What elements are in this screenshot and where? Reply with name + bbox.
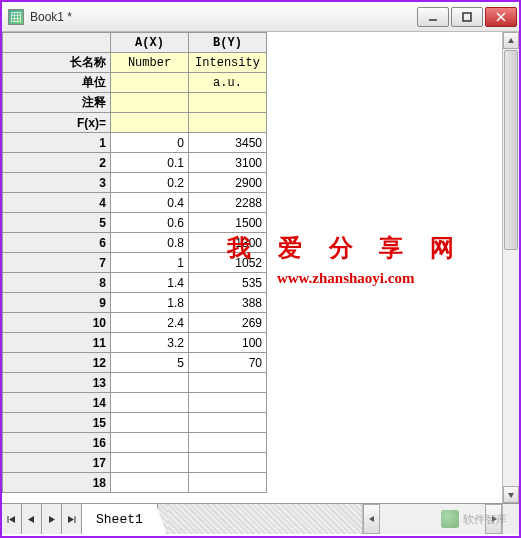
data-cell[interactable] bbox=[111, 473, 189, 493]
data-cell[interactable] bbox=[189, 433, 267, 453]
row-header[interactable]: 1 bbox=[3, 133, 111, 153]
row-header[interactable]: 9 bbox=[3, 293, 111, 313]
data-cell[interactable]: 0.2 bbox=[111, 173, 189, 193]
data-cell[interactable]: 388 bbox=[189, 293, 267, 313]
tab-track bbox=[158, 504, 362, 534]
meta-label-fx[interactable]: F(x)= bbox=[3, 113, 111, 133]
data-cell[interactable]: 269 bbox=[189, 313, 267, 333]
meta-cell-comment-0[interactable] bbox=[111, 93, 189, 113]
row-header[interactable]: 16 bbox=[3, 433, 111, 453]
data-cell[interactable]: 1052 bbox=[189, 253, 267, 273]
svg-marker-4 bbox=[508, 38, 514, 43]
row-header[interactable]: 7 bbox=[3, 253, 111, 273]
worksheet-grid[interactable]: A(X)B(Y)长名称NumberIntensity单位a.u.注释F(x)=1… bbox=[2, 32, 502, 503]
row-header[interactable]: 17 bbox=[3, 453, 111, 473]
data-cell[interactable]: 1500 bbox=[189, 213, 267, 233]
column-header-1[interactable]: B(Y) bbox=[189, 33, 267, 53]
data-cell[interactable]: 1.4 bbox=[111, 273, 189, 293]
meta-cell-units-0[interactable] bbox=[111, 73, 189, 93]
sheet-tab[interactable]: Sheet1 bbox=[82, 504, 158, 534]
meta-cell-units-1[interactable]: a.u. bbox=[189, 73, 267, 93]
sheet-prev-button[interactable] bbox=[22, 504, 42, 534]
data-cell[interactable] bbox=[111, 453, 189, 473]
scroll-thumb[interactable] bbox=[504, 50, 518, 250]
row-header[interactable]: 14 bbox=[3, 393, 111, 413]
data-cell[interactable] bbox=[111, 433, 189, 453]
window-buttons bbox=[417, 7, 517, 27]
meta-label-longname[interactable]: 长名称 bbox=[3, 53, 111, 73]
row-header[interactable]: 13 bbox=[3, 373, 111, 393]
data-cell[interactable]: 1300 bbox=[189, 233, 267, 253]
worksheet-icon bbox=[8, 9, 24, 25]
sheet-next-button[interactable] bbox=[42, 504, 62, 534]
sheet-tab-label: Sheet1 bbox=[96, 512, 143, 527]
svg-marker-8 bbox=[28, 516, 34, 523]
row-header[interactable]: 18 bbox=[3, 473, 111, 493]
data-cell[interactable]: 5 bbox=[111, 353, 189, 373]
row-header[interactable]: 12 bbox=[3, 353, 111, 373]
svg-rect-1 bbox=[463, 13, 471, 21]
data-cell[interactable]: 535 bbox=[189, 273, 267, 293]
data-cell[interactable]: 3100 bbox=[189, 153, 267, 173]
data-cell[interactable]: 70 bbox=[189, 353, 267, 373]
meta-label-comment[interactable]: 注释 bbox=[3, 93, 111, 113]
workarea: A(X)B(Y)长名称NumberIntensity单位a.u.注释F(x)=1… bbox=[2, 32, 519, 503]
minimize-button[interactable] bbox=[417, 7, 449, 27]
data-cell[interactable]: 0.1 bbox=[111, 153, 189, 173]
data-cell[interactable]: 100 bbox=[189, 333, 267, 353]
data-cell[interactable]: 2900 bbox=[189, 173, 267, 193]
data-cell[interactable] bbox=[189, 413, 267, 433]
publisher-watermark: 软件智库 bbox=[441, 510, 507, 528]
row-header[interactable]: 3 bbox=[3, 173, 111, 193]
row-header[interactable]: 2 bbox=[3, 153, 111, 173]
data-cell[interactable] bbox=[189, 453, 267, 473]
data-cell[interactable]: 1.8 bbox=[111, 293, 189, 313]
row-header[interactable]: 10 bbox=[3, 313, 111, 333]
column-header-0[interactable]: A(X) bbox=[111, 33, 189, 53]
svg-marker-12 bbox=[369, 516, 374, 522]
data-cell[interactable] bbox=[111, 393, 189, 413]
svg-marker-5 bbox=[508, 493, 514, 498]
row-header[interactable]: 4 bbox=[3, 193, 111, 213]
data-cell[interactable]: 0.6 bbox=[111, 213, 189, 233]
row-header[interactable]: 15 bbox=[3, 413, 111, 433]
data-cell[interactable] bbox=[111, 413, 189, 433]
data-cell[interactable]: 3450 bbox=[189, 133, 267, 153]
meta-label-units[interactable]: 单位 bbox=[3, 73, 111, 93]
data-cell[interactable]: 0.4 bbox=[111, 193, 189, 213]
data-cell[interactable]: 2.4 bbox=[111, 313, 189, 333]
data-cell[interactable] bbox=[189, 393, 267, 413]
row-header[interactable]: 5 bbox=[3, 213, 111, 233]
meta-cell-comment-1[interactable] bbox=[189, 93, 267, 113]
data-cell[interactable]: 1 bbox=[111, 253, 189, 273]
wechat-icon bbox=[441, 510, 459, 528]
bottom-bar: Sheet1 软件智库 bbox=[2, 503, 519, 534]
data-cell[interactable] bbox=[189, 373, 267, 393]
meta-cell-fx-0[interactable] bbox=[111, 113, 189, 133]
sheet-nav-buttons bbox=[2, 504, 82, 534]
svg-marker-7 bbox=[9, 516, 15, 523]
close-button[interactable] bbox=[485, 7, 517, 27]
row-header[interactable]: 11 bbox=[3, 333, 111, 353]
window-title: Book1 * bbox=[30, 10, 417, 24]
svg-marker-9 bbox=[49, 516, 55, 523]
data-cell[interactable] bbox=[189, 473, 267, 493]
scroll-up-button[interactable] bbox=[503, 32, 519, 49]
corner-cell[interactable] bbox=[3, 33, 111, 53]
data-cell[interactable]: 3.2 bbox=[111, 333, 189, 353]
scroll-down-button[interactable] bbox=[503, 486, 519, 503]
data-cell[interactable]: 2288 bbox=[189, 193, 267, 213]
meta-cell-longname-1[interactable]: Intensity bbox=[189, 53, 267, 73]
sheet-last-button[interactable] bbox=[62, 504, 82, 534]
meta-cell-longname-0[interactable]: Number bbox=[111, 53, 189, 73]
data-cell[interactable]: 0.8 bbox=[111, 233, 189, 253]
row-header[interactable]: 6 bbox=[3, 233, 111, 253]
data-cell[interactable] bbox=[111, 373, 189, 393]
data-cell[interactable]: 0 bbox=[111, 133, 189, 153]
scroll-left-button[interactable] bbox=[363, 504, 380, 534]
vertical-scrollbar[interactable] bbox=[502, 32, 519, 503]
row-header[interactable]: 8 bbox=[3, 273, 111, 293]
meta-cell-fx-1[interactable] bbox=[189, 113, 267, 133]
sheet-first-button[interactable] bbox=[2, 504, 22, 534]
maximize-button[interactable] bbox=[451, 7, 483, 27]
